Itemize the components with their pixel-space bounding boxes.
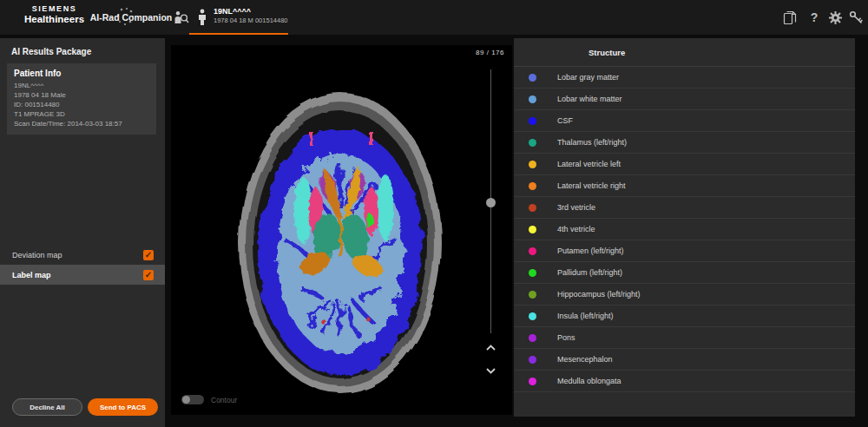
patient-tab-details: 1978 04 18 M 001514480 — [214, 16, 288, 24]
layer-checkbox[interactable]: ✓ — [143, 250, 154, 260]
structure-color-dot — [529, 291, 536, 299]
sidebar-title: AI Results Package — [11, 47, 91, 56]
contour-toggle[interactable] — [181, 395, 204, 404]
brand-line2: Healthineers — [24, 14, 84, 25]
structure-row[interactable]: Putamen (left/right) — [514, 240, 855, 262]
structure-row[interactable]: Lateral vetricle right — [514, 175, 855, 197]
patient-info-line: Scan Date/Time: 2014-03-03 18:57 — [14, 119, 149, 128]
brain-mri-image — [171, 45, 512, 415]
contour-label: Contour — [211, 396, 237, 404]
structure-color-dot — [529, 356, 536, 364]
structure-row[interactable]: Thalamus (left/right) — [514, 132, 855, 154]
patient-info-line: 1978 04 18 Male — [14, 90, 149, 100]
structure-color-dot — [529, 161, 536, 168]
brand-line1: SIEMENS — [24, 5, 84, 14]
structure-color-dot — [529, 269, 536, 277]
patient-tab-name: 19NL^^^^ — [214, 7, 288, 16]
structure-row[interactable]: Lobar white matter — [514, 89, 855, 110]
layer-checkbox[interactable]: ✓ — [143, 270, 154, 280]
structure-color-dot — [529, 95, 536, 103]
structure-list: Lobar gray matterLobar white matterCSFTh… — [514, 67, 855, 392]
patient-search-icon[interactable] — [172, 9, 189, 26]
structure-row[interactable]: 3rd vetricle — [514, 197, 855, 219]
structure-label: 3rd vetricle — [557, 203, 595, 212]
structure-row[interactable]: Pons — [514, 327, 855, 349]
structure-row[interactable]: CSF — [514, 110, 855, 132]
patient-tab[interactable]: 19NL^^^^ 1978 04 18 M 001514480 — [189, 0, 288, 35]
structure-color-dot — [529, 378, 536, 385]
structure-label: Mesencephalon — [557, 355, 613, 364]
top-bar: SIEMENS Healthineers AI-Rad Companion 19… — [0, 0, 868, 35]
structure-label: CSF — [557, 116, 573, 125]
active-tab-underline — [189, 33, 288, 36]
structure-label: Insula (left/right) — [557, 312, 614, 320]
structure-label: Putamen (left/right) — [557, 246, 624, 255]
layer-row[interactable]: Label map✓ — [0, 265, 165, 285]
layer-label: Label map — [12, 271, 51, 279]
slice-counter: 89 / 176 — [476, 49, 504, 56]
slice-slider-handle[interactable] — [486, 198, 496, 207]
patient-info-line: T1 MPRAGE 3D — [14, 109, 149, 119]
structure-color-dot — [529, 247, 536, 255]
structure-label: Pallidum (left/right) — [557, 268, 622, 277]
structure-row[interactable]: 4th vetricle — [514, 219, 855, 240]
help-icon[interactable]: ? — [806, 9, 823, 26]
structure-label: Pons — [557, 333, 575, 342]
structure-row[interactable]: Lobar gray matter — [514, 67, 855, 89]
slice-up-button[interactable] — [484, 342, 497, 352]
contour-toggle-knob — [182, 396, 190, 404]
structure-panel-header: Structure — [514, 38, 855, 67]
structure-color-dot — [529, 312, 536, 320]
structure-color-dot — [529, 139, 536, 147]
structure-label: Thalamus (left/right) — [557, 138, 627, 147]
structure-color-dot — [529, 117, 536, 125]
structure-color-dot — [529, 204, 536, 212]
decline-all-button[interactable]: Decline All — [12, 398, 82, 416]
siemens-healthineers-logo: SIEMENS Healthineers — [24, 5, 84, 25]
send-to-pacs-button[interactable]: Send to PACS — [88, 398, 158, 416]
structure-row[interactable]: Mesencephalon — [514, 349, 855, 371]
image-viewer[interactable]: 89 / 176 Contour — [171, 45, 512, 415]
patient-info-heading: Patient Info — [14, 69, 149, 78]
slice-down-button[interactable] — [484, 365, 497, 376]
left-sidebar: AI Results Package Patient Info 19NL^^^^… — [0, 38, 165, 427]
structure-label: Lobar gray matter — [557, 73, 619, 82]
patient-icon — [196, 9, 208, 26]
settings-gear-icon[interactable] — [826, 9, 844, 26]
structure-label: Lateral vetricle right — [557, 181, 626, 190]
structure-panel: Structure Lobar gray matterLobar white m… — [514, 38, 855, 417]
structure-label: Lateral vetricle left — [557, 160, 621, 168]
structure-label: Medulla oblongata — [557, 377, 621, 385]
app-title: AI-Rad Companion — [83, 12, 179, 23]
structure-label: Hippocampus (left/right) — [557, 290, 641, 299]
structure-row[interactable]: Insula (left/right) — [514, 305, 855, 327]
layer-list: Deviation map✓Label map✓ — [0, 245, 165, 285]
patient-info-box: Patient Info 19NL^^^^1978 04 18 MaleID: … — [7, 63, 156, 135]
structure-row[interactable]: Lateral vetricle left — [514, 154, 855, 175]
structure-label: Lobar white matter — [557, 95, 622, 103]
layer-label: Deviation map — [12, 251, 62, 259]
structure-row[interactable]: Medulla oblongata — [514, 371, 855, 392]
structure-color-dot — [529, 334, 536, 342]
structure-row[interactable]: Pallidum (left/right) — [514, 262, 855, 284]
structure-color-dot — [529, 226, 536, 233]
structure-label: 4th vetricle — [557, 225, 595, 233]
report-icon[interactable] — [781, 9, 799, 26]
patient-info-line: ID: 001514480 — [14, 100, 149, 109]
layer-row[interactable]: Deviation map✓ — [0, 245, 165, 265]
patient-info-lines: 19NL^^^^1978 04 18 MaleID: 001514480T1 M… — [14, 81, 149, 128]
structure-row[interactable]: Hippocampus (left/right) — [514, 284, 855, 305]
structure-color-dot — [529, 74, 536, 82]
structure-color-dot — [529, 182, 536, 190]
patient-info-line: 19NL^^^^ — [14, 81, 149, 90]
key-icon[interactable] — [847, 9, 865, 26]
